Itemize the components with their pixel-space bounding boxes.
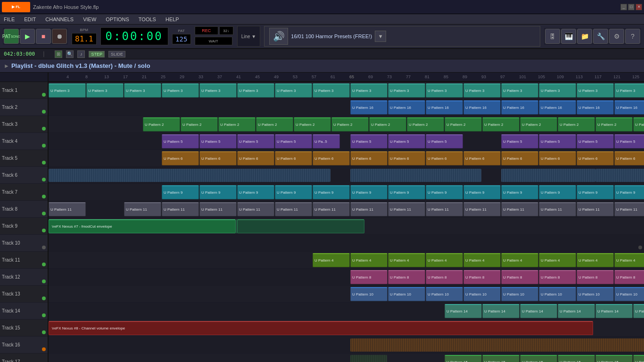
pattern-block[interactable]: U Pattern 5 bbox=[388, 134, 425, 148]
pattern-block[interactable]: U Pattern 8 bbox=[463, 270, 501, 284]
pattern-block[interactable]: U Pattern 16 bbox=[463, 100, 501, 115]
pattern-block[interactable]: U Pattern 6 bbox=[199, 151, 237, 165]
pattern-block[interactable]: U Pattern 11 bbox=[426, 202, 463, 216]
mini-pattern-6c[interactable] bbox=[501, 169, 595, 182]
track-control-6[interactable]: Track 6 bbox=[0, 167, 48, 184]
pattern-block[interactable]: U Pattern 2 bbox=[633, 117, 644, 132]
pattern-block[interactable]: U Pattern 11 bbox=[313, 202, 350, 216]
pattern-block[interactable]: U Pattern 16 bbox=[388, 100, 425, 115]
pattern-block[interactable]: U Pattern 16 bbox=[577, 100, 614, 115]
pattern-block[interactable]: U Pattern 2 bbox=[595, 117, 633, 132]
pattern-block[interactable]: U Pattern 11 bbox=[388, 202, 425, 216]
menu-view[interactable]: VIEW bbox=[81, 16, 98, 23]
menu-edit[interactable]: EDIT bbox=[22, 16, 38, 23]
bpm-display[interactable]: 81.1 bbox=[72, 33, 97, 45]
track-control-13[interactable]: Track 13 bbox=[0, 286, 48, 303]
pattern-number[interactable]: 125 bbox=[172, 34, 191, 44]
pattern-block[interactable]: U Pattern 15 bbox=[595, 355, 633, 362]
pattern-block[interactable]: U Pattern 5 bbox=[501, 134, 538, 148]
menu-tools[interactable]: TOOLS bbox=[137, 16, 158, 23]
pattern-block[interactable]: U Pattern 2 bbox=[520, 117, 557, 132]
pattern-block[interactable]: U Pattern 11 bbox=[463, 202, 501, 216]
pattern-block[interactable]: U Pattern 3 bbox=[49, 83, 86, 98]
pattern-block[interactable]: U Pattern 4 bbox=[426, 253, 463, 267]
pattern-block[interactable]: U Pattern 6 bbox=[350, 151, 388, 165]
pattern-block[interactable]: U Pattern 15 bbox=[482, 355, 520, 362]
pattern-block[interactable]: U Pattern 15 bbox=[520, 355, 557, 362]
piano-small-icon[interactable]: ♪ bbox=[77, 50, 85, 58]
pattern-block[interactable]: U Pattern 2 bbox=[256, 117, 293, 132]
pattern-block[interactable]: U Pattern 8 bbox=[350, 270, 388, 284]
pattern-block[interactable]: U Pattern 5 bbox=[162, 134, 199, 148]
pattern-block[interactable]: U Pattern 10 bbox=[463, 287, 501, 301]
track-14-dot[interactable] bbox=[42, 313, 46, 317]
pattern-block[interactable]: U Pattern 2 bbox=[369, 117, 406, 132]
snap-button[interactable]: ⊞ bbox=[55, 50, 62, 58]
track-3-dot[interactable] bbox=[42, 127, 46, 131]
pattern-block[interactable]: U Pattern 2 bbox=[331, 117, 369, 132]
pattern-block[interactable]: U Pattern 6 bbox=[463, 151, 501, 165]
pattern-block[interactable]: U Pattern 6 bbox=[388, 151, 425, 165]
pattern-block[interactable]: U Pattern 4 bbox=[577, 253, 614, 267]
pattern-block[interactable]: U Pattern 14 bbox=[520, 304, 557, 318]
pattern-block[interactable]: U Pattern 8 bbox=[501, 270, 538, 284]
pattern-block[interactable]: U Pattern 2 bbox=[181, 117, 218, 132]
track-control-14[interactable]: Track 14 bbox=[0, 303, 48, 320]
mini-pattern-6d[interactable] bbox=[595, 169, 644, 182]
track-control-10[interactable]: Track 10 bbox=[0, 235, 48, 252]
menu-file[interactable]: FILE bbox=[2, 16, 17, 23]
track-control-3[interactable]: Track 3 bbox=[0, 116, 48, 133]
pattern-block[interactable]: U Pattern 4 bbox=[614, 253, 644, 267]
track-1-dot[interactable] bbox=[42, 93, 46, 97]
track-control-17[interactable]: Track 17 bbox=[0, 354, 48, 362]
close-button[interactable]: ✕ bbox=[636, 4, 642, 10]
mini-pattern-6b[interactable] bbox=[350, 169, 481, 182]
track-control-2[interactable]: Track 2 bbox=[0, 99, 48, 116]
maximize-button[interactable]: □ bbox=[628, 4, 635, 10]
mixer-icon[interactable]: 🎛 bbox=[545, 29, 560, 44]
pattern-block[interactable]: U Pattern 6 bbox=[275, 151, 312, 165]
pattern-block[interactable]: U Pattern 9 bbox=[313, 185, 350, 199]
track-12-dot[interactable] bbox=[42, 280, 46, 283]
pattern-block[interactable]: U Pattern 10 bbox=[501, 287, 538, 301]
envelope-pattern-15[interactable]: \reFX Nexus #8 - Channel volume envelope bbox=[49, 321, 593, 335]
pattern-block[interactable]: U Pattern 16 bbox=[614, 100, 644, 115]
pattern-block[interactable]: U Pattern 15 bbox=[445, 355, 482, 362]
track-5-dot[interactable] bbox=[42, 161, 46, 165]
pattern-block[interactable]: U Pattern 9 bbox=[577, 185, 614, 199]
pattern-block[interactable]: U Pattern 9 bbox=[614, 185, 644, 199]
track-9-dot[interactable] bbox=[42, 229, 46, 232]
plugin-icon[interactable]: 🔧 bbox=[593, 29, 608, 44]
pattern-block[interactable]: U Pattern 3 bbox=[388, 83, 425, 98]
pattern-block[interactable]: U Pattern 6 bbox=[313, 151, 350, 165]
pattern-block[interactable]: U Pattern 14 bbox=[445, 304, 482, 318]
pattern-block[interactable]: U Pattern 2 bbox=[294, 117, 331, 132]
pattern-block[interactable]: U Pattern 14 bbox=[633, 304, 644, 318]
pattern-block[interactable]: U Pattern 11 bbox=[539, 202, 576, 216]
menu-help[interactable]: HELP bbox=[164, 16, 181, 23]
track-control-9[interactable]: Track 9 bbox=[0, 218, 48, 235]
track-control-1[interactable]: Track 1 bbox=[0, 82, 48, 99]
pattern-block[interactable]: U Pattern 5 bbox=[350, 134, 388, 148]
pattern-block[interactable]: U Pattern 10 bbox=[426, 287, 463, 301]
minimize-button[interactable]: _ bbox=[620, 4, 627, 10]
pattern-block[interactable]: U Pattern 3 bbox=[275, 83, 312, 98]
mini-pattern-16[interactable] bbox=[350, 338, 644, 352]
pattern-block[interactable]: U Pattern 8 bbox=[426, 270, 463, 284]
pattern-block[interactable]: U Pattern 9 bbox=[388, 185, 425, 199]
pattern-block[interactable]: U Pattern 4 bbox=[501, 253, 538, 267]
track-6-dot[interactable] bbox=[42, 178, 46, 181]
record-button[interactable]: ⏺ bbox=[52, 29, 67, 44]
help-icon[interactable]: ? bbox=[625, 29, 640, 44]
step-button[interactable]: STEP bbox=[89, 51, 105, 58]
settings-icon[interactable]: ⚙ bbox=[609, 29, 624, 44]
pattern-block[interactable]: U Pattern 14 bbox=[595, 304, 633, 318]
track-15-dot[interactable] bbox=[42, 330, 46, 334]
track-11-dot[interactable] bbox=[42, 263, 46, 266]
pattern-block[interactable]: U Pattern 4 bbox=[539, 253, 576, 267]
pattern-block[interactable]: U Pattern 8 bbox=[539, 270, 576, 284]
pattern-block[interactable]: U Pattern 15 bbox=[558, 355, 595, 362]
pattern-block[interactable]: U Pattern 11 bbox=[49, 202, 86, 216]
pattern-block[interactable]: U Pattern 3 bbox=[86, 83, 124, 98]
browser-icon[interactable]: 📁 bbox=[577, 29, 592, 44]
